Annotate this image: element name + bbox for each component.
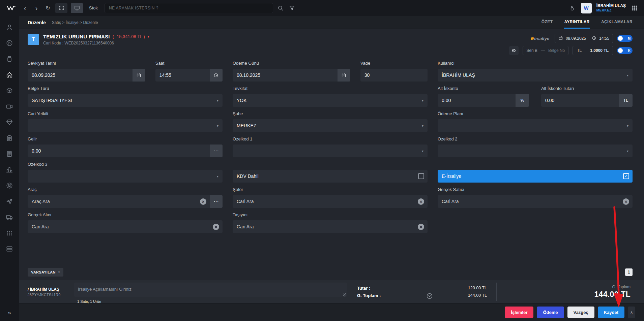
search-input[interactable] (105, 3, 273, 13)
clear-icon[interactable]: × (200, 198, 206, 205)
apps-grid-icon[interactable] (631, 4, 639, 12)
checkbox-unchecked-icon[interactable] (418, 173, 424, 179)
sidebar-gem-icon[interactable] (6, 119, 13, 126)
tab-ozet[interactable]: ÖZET (541, 16, 553, 29)
currency-rate-input[interactable]: TL 1.0000 TL (573, 46, 613, 55)
sidebar-home-icon[interactable] (6, 71, 13, 78)
footer-summary: / İBRAHİM ULAŞ J8PYYJKCTS41R9 1 Satır, 1… (19, 280, 644, 303)
tl-suffix: TL (619, 94, 633, 107)
snowman-icon[interactable] (568, 4, 576, 12)
gercek-satici-input[interactable]: Cari Ara × (438, 195, 633, 208)
cari-yetkili-select[interactable]: ▾ (28, 119, 223, 132)
field-label: Gelir (28, 136, 223, 142)
stok-menu-item[interactable]: Stok (89, 5, 98, 10)
tab-ayrintilar[interactable]: AYRINTILAR (564, 16, 590, 29)
clear-icon[interactable]: × (418, 224, 424, 230)
ozelkod-1-select[interactable]: ▾ (233, 145, 428, 157)
arac-input[interactable]: Araç Ara × ⋯ (28, 195, 223, 208)
doc-datetime-input[interactable]: 08.09.2025 14:55 (555, 34, 613, 43)
settings-button[interactable] (509, 46, 519, 55)
row-summary: 1 Satır, 1 Ürün (77, 299, 347, 303)
company-selector[interactable]: TEMIZLIK URUNU FIRMASI ( -15,341.08 TL )… (43, 34, 149, 39)
vade-input[interactable]: 30 (360, 69, 428, 82)
tasiyici-input[interactable]: Cari Ara × (233, 220, 428, 233)
sidebar-user-icon[interactable] (6, 24, 13, 31)
app-logo[interactable] (5, 4, 18, 12)
nav-forward-icon[interactable]: › (32, 5, 40, 11)
seri-belge-input[interactable]: Seri B — Belge No (523, 46, 568, 55)
islemler-button[interactable]: İşlemler (505, 307, 533, 318)
ozelkod-3-select[interactable]: ▾ (28, 170, 223, 183)
sidebar-camera-icon[interactable] (6, 103, 13, 110)
chevron-down-icon: ▾ (422, 99, 428, 102)
clear-icon[interactable]: × (213, 224, 219, 230)
calendar-icon[interactable] (338, 69, 350, 82)
saat-input[interactable]: 14:55 (155, 69, 223, 82)
refresh-icon[interactable]: ↻ (44, 5, 52, 11)
toggle-m[interactable]: M (617, 35, 633, 42)
sidebar-chart-icon[interactable] (6, 166, 13, 173)
tevkifat-select[interactable]: YOK ▾ (233, 94, 428, 107)
tab-aciklamalar[interactable]: AÇIKLAMALAR (601, 16, 633, 29)
varsayilan-button[interactable]: VARSAYILAN ▾ (28, 268, 63, 277)
search-icon[interactable] (276, 4, 285, 12)
row-count-badge: 1 (625, 268, 633, 276)
gercek-alici-input[interactable]: Cari Ara × (28, 220, 223, 233)
monitor-button[interactable] (71, 3, 83, 13)
gtoplam-label: G. Toplam : (357, 293, 381, 298)
clear-icon[interactable]: × (623, 198, 629, 205)
belge-turu-select[interactable]: SATIŞ İRSALİYESİ ▾ (28, 94, 223, 107)
sofor-input[interactable]: Cari Ara × (233, 195, 428, 208)
sidebar-account-icon[interactable] (6, 182, 13, 189)
clock-icon[interactable] (210, 69, 223, 82)
clear-icon[interactable]: × (418, 198, 424, 205)
expand-button[interactable] (55, 3, 67, 13)
sidebar-calculator-icon[interactable] (6, 150, 13, 158)
sidebar-apps-icon[interactable] (6, 229, 13, 237)
sube-select[interactable]: MERKEZ ▾ (233, 119, 428, 132)
sidebar-clipboard-icon[interactable] (6, 134, 13, 142)
calendar-icon[interactable] (133, 69, 145, 82)
sevkiyat-tarihi-input[interactable]: 08.09.2025 (28, 69, 145, 82)
sidebar-coin-icon[interactable] (6, 39, 13, 47)
toggle-k[interactable]: K (617, 47, 633, 54)
kullanici-select[interactable]: İBRAHİM ULAŞ ▾ (438, 69, 633, 82)
breadcrumb[interactable]: Satış > İrsaliye > Düzenle (52, 20, 98, 25)
sidebar-jar-icon[interactable] (6, 55, 13, 63)
cari-kodu: Cari Kodu : WEB202503271136540006 (43, 41, 149, 45)
gelir-input[interactable]: 0.00 ⋯ (28, 145, 223, 157)
alt-iskonto-tutari-input[interactable]: 0.00 TL (541, 94, 633, 107)
sidebar-truck-icon[interactable] (6, 214, 13, 221)
odeme-plani-select[interactable]: ▾ (438, 119, 633, 132)
ellipsis-icon[interactable]: ⋯ (210, 145, 223, 157)
sidebar-cards-icon[interactable] (6, 245, 13, 253)
company-balance: ( -15,341.08 TL ) (113, 34, 145, 39)
aciklama-wrap: 1 Satır, 1 Ürün (74, 283, 347, 303)
field-value: 08.09.2025 (32, 72, 55, 78)
sidebar-send-icon[interactable] (6, 198, 13, 205)
vazgec-button[interactable]: Vazgeç (567, 307, 594, 318)
checkbox-checked-icon[interactable]: ✓ (623, 173, 629, 179)
alt-iskonto-input[interactable]: 0.00 % (438, 94, 529, 107)
dash-icon: — (541, 48, 545, 53)
aciklama-input[interactable] (74, 283, 347, 297)
chevron-up-icon[interactable]: ∧ (628, 307, 635, 318)
totals-expand-icon[interactable] (426, 293, 433, 299)
user-avatar[interactable]: W (581, 3, 592, 13)
sidebar-box-icon[interactable] (6, 87, 13, 94)
ellipsis-icon[interactable]: ⋯ (210, 195, 223, 208)
odeme-button[interactable]: Ödeme (537, 307, 564, 318)
field-label: Özelkod 1 (233, 136, 428, 142)
odeme-gunu-input[interactable]: 08.10.2025 (233, 69, 350, 82)
kdv-dahil-toggle[interactable]: KDV Dahil (233, 170, 428, 183)
kaydet-button[interactable]: Kaydet (598, 307, 624, 318)
nav-back-icon[interactable]: ‹ (21, 5, 29, 11)
field-placeholder: Cari Ara (237, 199, 254, 204)
chevron-down-icon[interactable]: ▾ (148, 35, 149, 38)
ozelkod-2-select[interactable]: ▾ (438, 145, 633, 157)
content: T TEMIZLIK URUNU FIRMASI ( -15,341.08 TL… (19, 29, 644, 280)
e-irsaliye-toggle[interactable]: E-İrsaliye ✓ (438, 170, 633, 183)
filter-icon[interactable] (288, 4, 296, 12)
sidebar-expand-icon[interactable]: » (8, 310, 11, 316)
field-label: Vade (360, 61, 428, 66)
